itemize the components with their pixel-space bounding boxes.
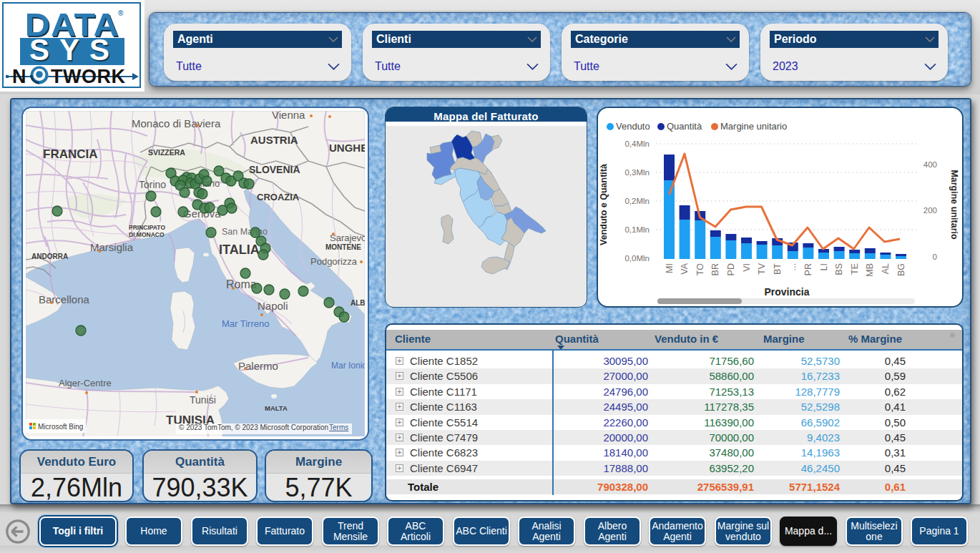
svg-text:CROAZIA: CROAZIA [257,192,300,202]
svg-text:Podgorizza: Podgorizza [310,256,358,267]
svg-text:BR: BR [710,263,720,275]
svg-text:TWORK: TWORK [51,66,125,87]
svg-text:BT: BT [773,263,783,275]
svg-text:200: 200 [923,206,937,215]
svg-text:MONTENE: MONTENE [325,243,361,251]
svg-text:ITALIA: ITALIA [219,243,260,257]
svg-text:Marsiglia: Marsiglia [90,241,134,253]
svg-text:Tunisi: Tunisi [190,394,216,406]
svg-text:ALB.: ALB. [351,299,365,307]
svg-text:400: 400 [923,160,937,169]
svg-text:MI: MI [665,263,675,273]
svg-text:VA: VA [680,263,690,274]
svg-text:MB: MB [865,263,875,277]
svg-text:Margine unitario: Margine unitario [949,170,959,240]
svg-text:Vienna: Vienna [272,111,305,121]
svg-text:AUSTRIA: AUSTRIA [250,134,298,146]
svg-text:TO: TO [695,263,705,275]
svg-text:Mar Tirreno: Mar Tirreno [222,318,269,329]
svg-text:0,0Mln: 0,0Mln [624,254,650,263]
svg-text:PD: PD [726,263,736,275]
svg-text:Margine unitario: Margine unitario [720,121,787,132]
svg-text:0,3Mln: 0,3Mln [624,168,650,177]
svg-text:Venduto e Quantità: Venduto e Quantità [599,164,609,245]
svg-text:Terms: Terms [329,424,348,431]
svg-text:0: 0 [933,253,937,261]
svg-text:Monaco di Baviera: Monaco di Baviera [132,117,221,129]
svg-text:N: N [12,66,26,87]
svg-text:TE: TE [850,263,860,275]
svg-text:DI MONACO: DI MONACO [129,231,165,238]
svg-text:FRANCIA: FRANCIA [43,147,98,161]
svg-text:BG: BG [896,263,906,276]
svg-text:BS: BS [834,263,844,275]
svg-text:Provincia: Provincia [764,286,809,298]
svg-text:SVIZZERA: SVIZZERA [148,148,185,157]
svg-text:Barcellona: Barcellona [39,293,90,305]
svg-text:Venduto: Venduto [616,121,650,132]
svg-text:Quantità: Quantità [667,121,702,132]
svg-text:Alger-Centre: Alger-Centre [59,378,112,388]
svg-text:PR: PR [803,263,813,275]
svg-text:Napoli: Napoli [258,300,288,312]
svg-text:Palermo: Palermo [238,360,278,372]
svg-text:Mar Ionio: Mar Ionio [331,361,365,371]
svg-text:TV: TV [757,263,767,275]
svg-text:SLOVENIA: SLOVENIA [249,164,300,175]
svg-text:AL: AL [881,263,891,274]
svg-text:Sarajevo: Sarajevo [330,233,365,243]
svg-text:ANDORRA: ANDORRA [31,253,68,260]
svg-text:UNGHER: UNGHER [329,142,365,154]
svg-text:Torino: Torino [139,179,166,190]
svg-text:LI: LI [819,263,829,270]
svg-text:VI: VI [742,263,752,272]
svg-text:0,2Mln: 0,2Mln [624,197,650,205]
svg-text:PRINCIPATO: PRINCIPATO [129,224,165,231]
svg-text:...: ... [788,263,798,270]
svg-text:MALTA: MALTA [265,404,288,412]
svg-text:0,1Mln: 0,1Mln [624,225,650,234]
svg-text:0,4Mln: 0,4Mln [624,140,650,148]
svg-text:© 2023 TomTom, © 2023 Microsof: © 2023 TomTom, © 2023 Microsoft Corporat… [179,424,328,431]
svg-text:Microsoft Bing: Microsoft Bing [38,423,83,431]
